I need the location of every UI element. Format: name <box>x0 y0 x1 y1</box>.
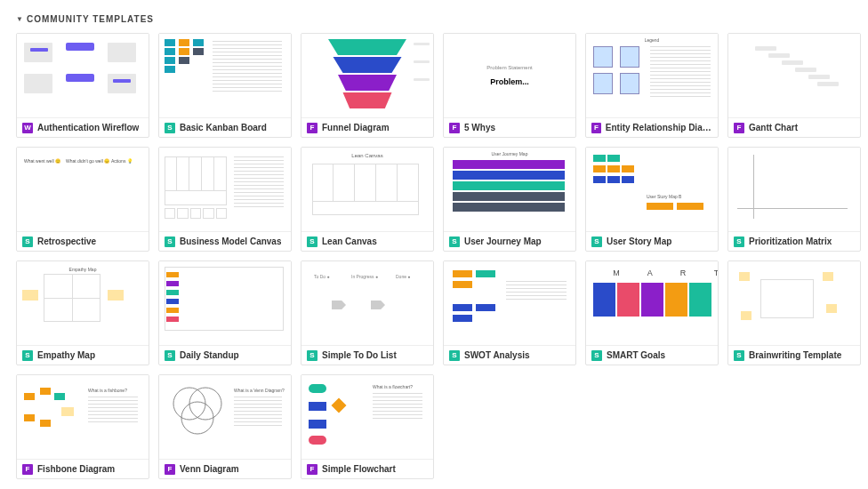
card-footer: S Prioritization Matrix <box>728 231 860 251</box>
card-footer: F 5 Whys <box>444 117 575 137</box>
card-title: SMART Goals <box>607 350 665 360</box>
template-card-business-model-canvas[interactable]: S Business Model Canvas <box>158 147 292 252</box>
thumbnail <box>159 261 291 345</box>
card-title: Funnel Diagram <box>322 123 390 132</box>
badge-icon: S <box>165 236 175 247</box>
card-title: Empathy Map <box>37 350 95 360</box>
thumbnail <box>17 34 149 117</box>
card-title: Simple To Do List <box>322 350 397 360</box>
section-header[interactable]: ▼ COMMUNITY TEMPLATES <box>16 9 852 24</box>
template-card-authentication-wireflow[interactable]: W Authentication Wireflow <box>16 33 149 138</box>
card-footer: S User Story Map <box>586 231 718 251</box>
thumb-col1: To Do ● <box>314 274 329 279</box>
badge-icon: S <box>734 236 744 247</box>
thumbnail: Problem Statement Problem... <box>444 34 575 117</box>
thumb-label: Problem Statement <box>486 65 532 70</box>
thumb-legend: Legend <box>645 37 660 43</box>
card-title: Entity Relationship Diagram <box>606 123 712 132</box>
badge-icon: S <box>307 236 317 247</box>
badge-icon: S <box>591 236 602 247</box>
badge-icon: S <box>591 350 602 361</box>
card-footer: F Entity Relationship Diagram <box>586 117 718 137</box>
template-card-venn-diagram[interactable]: What is a Venn Diagram? F Venn Diagram <box>158 374 292 479</box>
template-card-retrospective[interactable]: What went well 🙂 What didn't go well 😞 A… <box>16 147 149 252</box>
collapse-icon: ▼ <box>16 15 23 23</box>
thumb-title: What is a Venn Diagram? <box>234 388 285 393</box>
thumbnail: What went well 🙂 What didn't go well 😞 A… <box>17 148 149 231</box>
badge-icon: F <box>449 123 460 133</box>
card-title: Prioritization Matrix <box>749 236 832 246</box>
template-card-5-whys[interactable]: Problem Statement Problem... F 5 Whys <box>443 33 576 138</box>
thumbnail: What is a flowchart? <box>301 375 433 459</box>
badge-icon: F <box>165 464 175 475</box>
badge-icon: S <box>449 236 460 247</box>
thumbnail <box>444 261 575 345</box>
card-footer: S Daily Standup <box>159 345 291 365</box>
thumbnail: Lean Canvas <box>301 148 433 231</box>
card-title: Basic Kanban Board <box>180 123 267 132</box>
card-footer: W Authentication Wireflow <box>17 117 149 137</box>
template-card-funnel-diagram[interactable]: F Funnel Diagram <box>301 33 434 138</box>
badge-icon: S <box>165 123 175 133</box>
card-title: Authentication Wireflow <box>37 123 139 132</box>
card-title: Gantt Chart <box>749 123 798 132</box>
card-title: User Story Map <box>607 236 671 246</box>
card-footer: S User Journey Map <box>444 231 575 251</box>
badge-icon: F <box>307 123 317 133</box>
thumbnail: Legend <box>586 34 718 117</box>
template-card-user-journey-map[interactable]: User Journey Map S User Journey Map <box>443 147 576 252</box>
template-card-daily-standup[interactable]: S Daily Standup <box>158 261 292 365</box>
thumb-title: Empathy Map <box>69 267 97 272</box>
thumb-title: What is a fishbone? <box>88 388 127 393</box>
template-card-user-story-map[interactable]: User Story Map B S User Story Map <box>585 147 719 252</box>
thumbnail <box>728 148 860 231</box>
badge-icon: F <box>307 464 317 475</box>
card-footer: S SMART Goals <box>586 345 718 365</box>
thumb-title: User Story Map B <box>647 194 681 199</box>
section-title: COMMUNITY TEMPLATES <box>27 14 154 24</box>
thumb-letters: S M A R T <box>586 269 718 277</box>
template-card-entity-relationship-diagram[interactable]: Legend F Entity Relationship Diagram <box>585 33 719 138</box>
template-card-gantt-chart[interactable]: F Gantt Chart <box>727 33 861 138</box>
template-card-empathy-map[interactable]: Empathy Map S Empathy Map <box>16 261 149 365</box>
badge-icon: S <box>22 350 33 361</box>
badge-icon: S <box>307 350 317 361</box>
thumb-text: Problem... <box>490 77 529 86</box>
card-title: Fishbone Diagram <box>37 464 115 474</box>
card-title: Brainwriting Template <box>749 350 841 360</box>
template-card-brainwriting-template[interactable]: S Brainwriting Template <box>727 261 861 365</box>
thumb-col2: In Progress ● <box>351 274 378 279</box>
thumbnail: To Do ● In Progress ● Done ● <box>301 261 433 345</box>
template-card-lean-canvas[interactable]: Lean Canvas S Lean Canvas <box>301 147 434 252</box>
template-card-swot-analysis[interactable]: S SWOT Analysis <box>443 261 576 365</box>
templates-section: ▼ COMMUNITY TEMPLATES W Authentication W… <box>0 0 868 488</box>
badge-icon: F <box>734 123 744 133</box>
card-title: Retrospective <box>37 236 96 246</box>
thumbnail <box>159 148 291 231</box>
badge-icon: S <box>734 350 744 361</box>
badge-icon: S <box>449 350 460 361</box>
thumb-col3: Actions 💡 <box>111 158 133 164</box>
thumbnail <box>159 34 291 117</box>
card-title: Daily Standup <box>180 350 239 360</box>
thumbnail: Empathy Map <box>17 261 149 345</box>
card-title: User Journey Map <box>464 236 542 246</box>
thumb-col3: Done ● <box>396 274 410 279</box>
card-footer: F Gantt Chart <box>728 117 860 137</box>
thumb-title: What is a flowchart? <box>373 384 413 389</box>
thumb-title: User Journey Map <box>492 151 528 156</box>
thumbnail: S M A R T <box>586 261 718 345</box>
card-title: Simple Flowchart <box>322 464 396 474</box>
card-footer: S Brainwriting Template <box>728 345 860 365</box>
badge-icon: F <box>591 123 601 133</box>
template-card-smart-goals[interactable]: S M A R T S SMART Goals <box>585 261 719 365</box>
card-footer: S Basic Kanban Board <box>159 117 291 137</box>
card-footer: S Simple To Do List <box>301 345 433 365</box>
card-title: Business Model Canvas <box>180 236 281 246</box>
template-card-simple-to-do-list[interactable]: To Do ● In Progress ● Done ● S Simple To… <box>301 261 434 365</box>
template-card-prioritization-matrix[interactable]: S Prioritization Matrix <box>727 147 861 252</box>
template-card-basic-kanban-board[interactable]: S Basic Kanban Board <box>158 33 292 138</box>
template-card-simple-flowchart[interactable]: What is a flowchart? F Simple Flowchart <box>301 374 434 479</box>
card-footer: S SWOT Analysis <box>444 345 575 365</box>
template-card-fishbone-diagram[interactable]: What is a fishbone? F Fishbone Diagram <box>16 374 149 479</box>
